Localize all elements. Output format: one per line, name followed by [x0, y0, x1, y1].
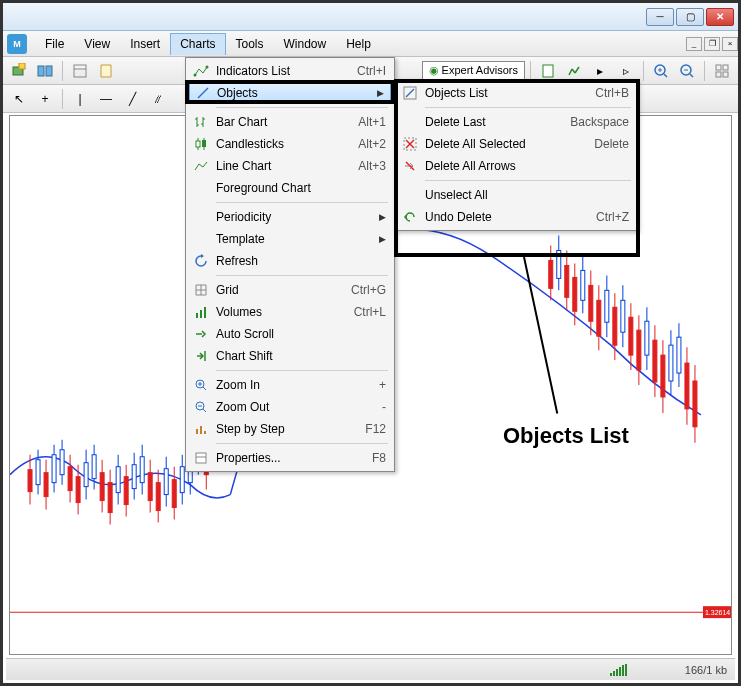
mdi-restore-button[interactable]: ❐: [704, 37, 720, 51]
charts-menu-item-periodicity[interactable]: Periodicity▶: [188, 206, 392, 228]
charts-menu-item-chart-shift[interactable]: Chart Shift: [188, 345, 392, 367]
trendline-button[interactable]: ╱: [120, 88, 144, 110]
svg-rect-6: [543, 65, 553, 77]
submenu-arrow-icon: ▶: [379, 234, 386, 244]
svg-rect-28: [44, 473, 48, 497]
objects-submenu-item-separator: [425, 180, 631, 181]
undo-icon: [401, 208, 419, 226]
delarr-icon: [401, 157, 419, 175]
line-icon: [192, 157, 210, 175]
objects-submenu-item-delete-all-arrows[interactable]: Delete All Arrows: [397, 155, 635, 177]
charts-menu-item-objects[interactable]: Objects▶: [189, 82, 391, 104]
mdi-minimize-button[interactable]: _: [686, 37, 702, 51]
objects-submenu-item-shortcut: Backspace: [570, 115, 629, 129]
charts-menu-item-label: Periodicity: [216, 210, 271, 224]
candle-icon: [192, 135, 210, 153]
charts-menu-item-zoom-in[interactable]: Zoom In+: [188, 374, 392, 396]
menu-view[interactable]: View: [74, 33, 120, 55]
mdi-close-button[interactable]: ×: [722, 37, 738, 51]
menu-charts[interactable]: Charts: [170, 33, 225, 55]
charts-menu-item-label: Auto Scroll: [216, 327, 274, 341]
zoom-out-button[interactable]: [675, 60, 699, 82]
charts-menu-item-auto-scroll[interactable]: Auto Scroll: [188, 323, 392, 345]
svg-rect-139: [204, 431, 206, 434]
svg-line-15: [690, 74, 693, 77]
close-button[interactable]: ✕: [706, 8, 734, 26]
charts-menu-item-candlesticks[interactable]: CandlesticksAlt+2: [188, 133, 392, 155]
charts-menu-item-foreground-chart[interactable]: Foreground Chart: [188, 177, 392, 199]
charts-menu-item-shortcut: Ctrl+I: [357, 64, 386, 78]
charts-menu-item-indicators-list[interactable]: Indicators ListCtrl+I: [188, 60, 392, 82]
objects-submenu-item-delete-last[interactable]: Delete LastBackspace: [397, 111, 635, 133]
charts-menu-item-volumes[interactable]: VolumesCtrl+L: [188, 301, 392, 323]
tile-button[interactable]: [710, 60, 734, 82]
charts-menu-item-bar-chart[interactable]: Bar ChartAlt+1: [188, 111, 392, 133]
hline-button[interactable]: —: [94, 88, 118, 110]
submenu-arrow-icon: ▶: [377, 88, 384, 98]
maximize-button[interactable]: ▢: [676, 8, 704, 26]
channel-button[interactable]: ⫽: [146, 88, 170, 110]
props-icon: [192, 449, 210, 467]
menubar: M FileViewInsertChartsToolsWindowHelp _ …: [3, 31, 738, 57]
svg-rect-58: [164, 469, 168, 495]
step-icon: [192, 420, 210, 438]
objects-submenu-item-objects-list[interactable]: Objects ListCtrl+B: [397, 82, 635, 104]
charts-menu-item-label: Zoom In: [216, 378, 260, 392]
svg-rect-18: [723, 65, 728, 70]
svg-line-116: [198, 88, 208, 98]
svg-rect-50: [132, 465, 136, 489]
crosshair-button[interactable]: +: [33, 88, 57, 110]
svg-point-114: [194, 74, 197, 77]
charts-menu-item-refresh[interactable]: Refresh: [188, 250, 392, 272]
menu-insert[interactable]: Insert: [120, 33, 170, 55]
menu-file[interactable]: File: [35, 33, 74, 55]
svg-rect-84: [589, 285, 593, 321]
svg-rect-76: [557, 251, 561, 279]
profiles-button[interactable]: [33, 60, 57, 82]
new-chart-button[interactable]: [7, 60, 31, 82]
expert-advisors-button[interactable]: ◉ Expert Advisors: [422, 61, 525, 80]
objects-submenu-item-shortcut: Ctrl+Z: [596, 210, 629, 224]
charts-menu-item-step-by-step[interactable]: Step by StepF12: [188, 418, 392, 440]
objects-submenu-item-undo-delete[interactable]: Undo DeleteCtrl+Z: [397, 206, 635, 228]
navigator-button[interactable]: [94, 60, 118, 82]
charts-menu-item-label: Chart Shift: [216, 349, 273, 363]
charts-menu-item-zoom-out[interactable]: Zoom Out-: [188, 396, 392, 418]
svg-rect-26: [36, 460, 40, 485]
svg-rect-128: [200, 310, 202, 318]
charts-menu-item-label: Grid: [216, 283, 239, 297]
svg-rect-78: [565, 265, 569, 297]
charts-menu-item-separator: [216, 443, 388, 444]
submenu-arrow-icon: ▶: [379, 212, 386, 222]
minimize-button[interactable]: ─: [646, 8, 674, 26]
menu-help[interactable]: Help: [336, 33, 381, 55]
charts-menu-item-grid[interactable]: GridCtrl+G: [188, 279, 392, 301]
charts-menu-item-label: Zoom Out: [216, 400, 269, 414]
svg-rect-17: [716, 65, 721, 70]
svg-rect-126: [202, 140, 206, 147]
market-watch-button[interactable]: [68, 60, 92, 82]
charts-menu-item-template[interactable]: Template▶: [188, 228, 392, 250]
zoom-in-button[interactable]: [649, 60, 673, 82]
charts-menu-item-properties[interactable]: Properties...F8: [188, 447, 392, 469]
svg-rect-40: [92, 455, 96, 479]
objects-submenu-item-label: Undo Delete: [425, 210, 492, 224]
vline-button[interactable]: |: [68, 88, 92, 110]
svg-line-11: [664, 74, 667, 77]
svg-rect-104: [669, 345, 673, 381]
cursor-button[interactable]: ↖: [7, 88, 31, 110]
svg-rect-46: [116, 467, 120, 493]
svg-rect-54: [148, 473, 152, 501]
charts-menu-item-shortcut: Alt+1: [358, 115, 386, 129]
svg-rect-56: [156, 483, 160, 511]
menu-window[interactable]: Window: [274, 33, 337, 55]
svg-rect-2: [38, 66, 44, 76]
objects-submenu-item-delete-all-selected[interactable]: Delete All SelectedDelete: [397, 133, 635, 155]
menu-tools[interactable]: Tools: [226, 33, 274, 55]
objects-submenu-item-unselect-all[interactable]: Unselect All: [397, 184, 635, 206]
svg-rect-137: [196, 429, 198, 434]
charts-menu-item-line-chart[interactable]: Line ChartAlt+3: [188, 155, 392, 177]
grid-icon: [192, 281, 210, 299]
svg-rect-88: [605, 290, 609, 322]
svg-point-115: [206, 66, 209, 69]
